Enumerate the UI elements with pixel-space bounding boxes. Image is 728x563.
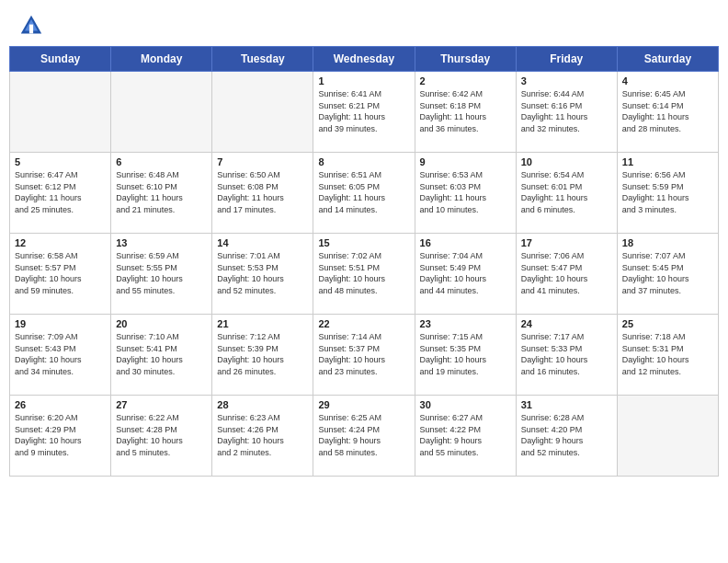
- day-number: 29: [318, 399, 409, 410]
- day-cell: 4Sunrise: 6:45 AM Sunset: 6:14 PM Daylig…: [617, 72, 718, 153]
- day-info: Sunrise: 6:44 AM Sunset: 6:16 PM Dayligh…: [521, 88, 612, 134]
- day-number: 26: [15, 399, 106, 410]
- day-number: 11: [622, 156, 713, 167]
- calendar-table: SundayMondayTuesdayWednesdayThursdayFrid…: [9, 46, 719, 477]
- day-info: Sunrise: 7:14 AM Sunset: 5:37 PM Dayligh…: [318, 331, 409, 377]
- day-info: Sunrise: 7:17 AM Sunset: 5:33 PM Dayligh…: [521, 331, 612, 377]
- day-number: 7: [217, 156, 308, 167]
- day-info: Sunrise: 7:10 AM Sunset: 5:41 PM Dayligh…: [116, 331, 207, 377]
- page: SundayMondayTuesdayWednesdayThursdayFrid…: [0, 0, 728, 563]
- day-number: 24: [521, 318, 612, 329]
- day-cell: 12Sunrise: 6:58 AM Sunset: 5:57 PM Dayli…: [10, 234, 111, 315]
- week-row-4: 19Sunrise: 7:09 AM Sunset: 5:43 PM Dayli…: [10, 315, 719, 396]
- svg-rect-2: [29, 25, 33, 34]
- day-cell: 11Sunrise: 6:56 AM Sunset: 5:59 PM Dayli…: [617, 153, 718, 234]
- day-cell: 28Sunrise: 6:23 AM Sunset: 4:26 PM Dayli…: [212, 396, 313, 477]
- day-number: 15: [318, 237, 409, 248]
- day-info: Sunrise: 7:07 AM Sunset: 5:45 PM Dayligh…: [622, 250, 713, 296]
- day-number: 3: [521, 75, 612, 86]
- day-info: Sunrise: 6:45 AM Sunset: 6:14 PM Dayligh…: [622, 88, 713, 134]
- day-number: 16: [420, 237, 511, 248]
- day-cell: 17Sunrise: 7:06 AM Sunset: 5:47 PM Dayli…: [516, 234, 617, 315]
- day-cell: 15Sunrise: 7:02 AM Sunset: 5:51 PM Dayli…: [313, 234, 415, 315]
- day-info: Sunrise: 6:27 AM Sunset: 4:22 PM Dayligh…: [420, 412, 511, 458]
- logo-icon: [18, 13, 44, 39]
- day-cell: 14Sunrise: 7:01 AM Sunset: 5:53 PM Dayli…: [212, 234, 313, 315]
- day-number: 30: [420, 399, 511, 410]
- weekday-header-tuesday: Tuesday: [212, 47, 313, 72]
- day-number: 28: [217, 399, 308, 410]
- day-cell: 29Sunrise: 6:25 AM Sunset: 4:24 PM Dayli…: [313, 396, 415, 477]
- calendar: SundayMondayTuesdayWednesdayThursdayFrid…: [0, 46, 728, 563]
- day-cell: 19Sunrise: 7:09 AM Sunset: 5:43 PM Dayli…: [10, 315, 111, 396]
- day-info: Sunrise: 6:58 AM Sunset: 5:57 PM Dayligh…: [15, 250, 106, 296]
- day-cell: 2Sunrise: 6:42 AM Sunset: 6:18 PM Daylig…: [415, 72, 516, 153]
- day-cell: 10Sunrise: 6:54 AM Sunset: 6:01 PM Dayli…: [516, 153, 617, 234]
- weekday-header-monday: Monday: [111, 47, 212, 72]
- day-info: Sunrise: 7:15 AM Sunset: 5:35 PM Dayligh…: [420, 331, 511, 377]
- day-info: Sunrise: 6:53 AM Sunset: 6:03 PM Dayligh…: [420, 169, 511, 215]
- day-info: Sunrise: 6:51 AM Sunset: 6:05 PM Dayligh…: [318, 169, 409, 215]
- day-info: Sunrise: 7:09 AM Sunset: 5:43 PM Dayligh…: [15, 331, 106, 377]
- day-cell: 24Sunrise: 7:17 AM Sunset: 5:33 PM Dayli…: [516, 315, 617, 396]
- day-cell: 23Sunrise: 7:15 AM Sunset: 5:35 PM Dayli…: [415, 315, 516, 396]
- day-info: Sunrise: 6:47 AM Sunset: 6:12 PM Dayligh…: [15, 169, 106, 215]
- week-row-3: 12Sunrise: 6:58 AM Sunset: 5:57 PM Dayli…: [10, 234, 719, 315]
- day-number: 6: [116, 156, 207, 167]
- day-cell: 6Sunrise: 6:48 AM Sunset: 6:10 PM Daylig…: [111, 153, 212, 234]
- day-cell: [212, 72, 313, 153]
- day-cell: 22Sunrise: 7:14 AM Sunset: 5:37 PM Dayli…: [313, 315, 415, 396]
- logo: [18, 13, 48, 39]
- day-info: Sunrise: 6:59 AM Sunset: 5:55 PM Dayligh…: [116, 250, 207, 296]
- day-info: Sunrise: 7:01 AM Sunset: 5:53 PM Dayligh…: [217, 250, 308, 296]
- day-number: 27: [116, 399, 207, 410]
- weekday-header-wednesday: Wednesday: [313, 47, 415, 72]
- day-number: 10: [521, 156, 612, 167]
- day-cell: 27Sunrise: 6:22 AM Sunset: 4:28 PM Dayli…: [111, 396, 212, 477]
- day-number: 20: [116, 318, 207, 329]
- day-number: 9: [420, 156, 511, 167]
- day-cell: 13Sunrise: 6:59 AM Sunset: 5:55 PM Dayli…: [111, 234, 212, 315]
- header: [0, 0, 728, 46]
- day-info: Sunrise: 6:42 AM Sunset: 6:18 PM Dayligh…: [420, 88, 511, 134]
- day-info: Sunrise: 6:50 AM Sunset: 6:08 PM Dayligh…: [217, 169, 308, 215]
- day-cell: 9Sunrise: 6:53 AM Sunset: 6:03 PM Daylig…: [415, 153, 516, 234]
- day-info: Sunrise: 6:54 AM Sunset: 6:01 PM Dayligh…: [521, 169, 612, 215]
- day-number: 2: [420, 75, 511, 86]
- day-info: Sunrise: 7:06 AM Sunset: 5:47 PM Dayligh…: [521, 250, 612, 296]
- day-info: Sunrise: 6:28 AM Sunset: 4:20 PM Dayligh…: [521, 412, 612, 458]
- day-number: 25: [622, 318, 713, 329]
- day-number: 18: [622, 237, 713, 248]
- weekday-header-thursday: Thursday: [415, 47, 516, 72]
- day-number: 21: [217, 318, 308, 329]
- day-info: Sunrise: 6:41 AM Sunset: 6:21 PM Dayligh…: [318, 88, 409, 134]
- day-cell: 20Sunrise: 7:10 AM Sunset: 5:41 PM Dayli…: [111, 315, 212, 396]
- day-cell: [111, 72, 212, 153]
- day-number: 23: [420, 318, 511, 329]
- weekday-header-saturday: Saturday: [617, 47, 718, 72]
- day-info: Sunrise: 6:25 AM Sunset: 4:24 PM Dayligh…: [318, 412, 409, 458]
- day-number: 5: [15, 156, 106, 167]
- day-number: 12: [15, 237, 106, 248]
- day-info: Sunrise: 7:04 AM Sunset: 5:49 PM Dayligh…: [420, 250, 511, 296]
- day-cell: 21Sunrise: 7:12 AM Sunset: 5:39 PM Dayli…: [212, 315, 313, 396]
- day-number: 19: [15, 318, 106, 329]
- day-info: Sunrise: 6:22 AM Sunset: 4:28 PM Dayligh…: [116, 412, 207, 458]
- weekday-header-row: SundayMondayTuesdayWednesdayThursdayFrid…: [10, 47, 719, 72]
- day-cell: 31Sunrise: 6:28 AM Sunset: 4:20 PM Dayli…: [516, 396, 617, 477]
- day-cell: 25Sunrise: 7:18 AM Sunset: 5:31 PM Dayli…: [617, 315, 718, 396]
- day-number: 31: [521, 399, 612, 410]
- day-info: Sunrise: 7:12 AM Sunset: 5:39 PM Dayligh…: [217, 331, 308, 377]
- week-row-1: 1Sunrise: 6:41 AM Sunset: 6:21 PM Daylig…: [10, 72, 719, 153]
- day-cell: 30Sunrise: 6:27 AM Sunset: 4:22 PM Dayli…: [415, 396, 516, 477]
- day-number: 17: [521, 237, 612, 248]
- weekday-header-friday: Friday: [516, 47, 617, 72]
- day-number: 22: [318, 318, 409, 329]
- day-cell: 3Sunrise: 6:44 AM Sunset: 6:16 PM Daylig…: [516, 72, 617, 153]
- day-cell: 26Sunrise: 6:20 AM Sunset: 4:29 PM Dayli…: [10, 396, 111, 477]
- day-cell: [617, 396, 718, 477]
- day-info: Sunrise: 7:18 AM Sunset: 5:31 PM Dayligh…: [622, 331, 713, 377]
- day-cell: [10, 72, 111, 153]
- day-info: Sunrise: 6:23 AM Sunset: 4:26 PM Dayligh…: [217, 412, 308, 458]
- day-cell: 7Sunrise: 6:50 AM Sunset: 6:08 PM Daylig…: [212, 153, 313, 234]
